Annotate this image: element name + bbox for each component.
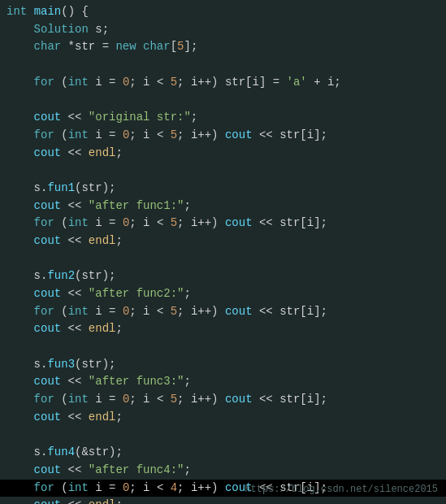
code-line-20 — [0, 338, 446, 356]
code-line-22: cout << "after func3:"; — [0, 373, 446, 391]
code-editor: int main() { Solution s; char *str = new… — [0, 0, 446, 504]
code-line-6 — [0, 91, 446, 109]
code-line-15 — [0, 250, 446, 268]
code-line-2: Solution s; — [0, 21, 446, 39]
code-line-21: s.fun3(str); — [0, 356, 446, 374]
code-line-8: for (int i = 0; i < 5; i++) cout << str[… — [0, 127, 446, 145]
code-line-18: for (int i = 0; i < 5; i++) cout << str[… — [0, 303, 446, 321]
code-line-7: cout << "original str:"; — [0, 109, 446, 127]
code-line-23: for (int i = 0; i < 5; i++) cout << str[… — [0, 391, 446, 409]
code-line-26: s.fun4(&str); — [0, 444, 446, 462]
code-line-5: for (int i = 0; i < 5; i++) str[i] = 'a'… — [0, 74, 446, 92]
code-line-4 — [0, 56, 446, 74]
code-line-25 — [0, 427, 446, 445]
code-line-19: cout << endl; — [0, 320, 446, 338]
code-line-14: cout << endl; — [0, 232, 446, 250]
code-line-27: cout << "after func4:"; — [0, 462, 446, 480]
code-line-10 — [0, 162, 446, 180]
watermark: https://blog.csdn.net/silence2015 — [245, 482, 438, 497]
code-line-24: cout << endl; — [0, 409, 446, 427]
code-line-9: cout << endl; — [0, 145, 446, 163]
code-line-1: int main() { — [0, 3, 446, 21]
code-line-29: cout << endl; — [0, 497, 446, 504]
code-line-3: char *str = new char[5]; — [0, 38, 446, 56]
code-line-12: cout << "after func1:"; — [0, 198, 446, 215]
code-line-16: s.fun2(str); — [0, 267, 446, 285]
code-line-13: for (int i = 0; i < 5; i++) cout << str[… — [0, 215, 446, 232]
code-line-17: cout << "after func2:"; — [0, 285, 446, 303]
code-line-11: s.fun1(str); — [0, 180, 446, 198]
